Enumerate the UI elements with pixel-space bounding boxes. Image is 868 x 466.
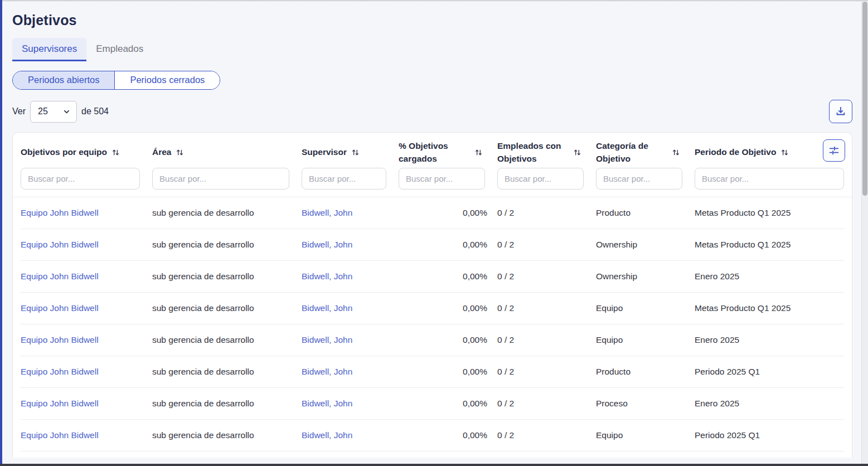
area-cell: sub gerencia de desarrollo bbox=[152, 335, 302, 345]
page-size-select[interactable]: 25 bbox=[30, 101, 77, 123]
search-input-categoria[interactable] bbox=[596, 168, 682, 190]
chevron-down-icon bbox=[63, 108, 70, 115]
supervisor-link[interactable]: Bidwell, John bbox=[302, 271, 399, 281]
category-cell: Producto bbox=[596, 208, 695, 218]
pct-cell: 0,00% bbox=[399, 399, 497, 409]
page-size-value: 25 bbox=[38, 106, 48, 116]
period-filter-group: Periodos abiertos Periodos cerrados bbox=[12, 71, 220, 90]
category-cell: Equipo bbox=[596, 430, 695, 440]
team-link[interactable]: Equipo John Bidwell bbox=[21, 367, 152, 377]
pct-cell: 0,00% bbox=[399, 303, 497, 313]
column-header-categoria-de-objetivo: Categoría de Objetivo bbox=[596, 139, 695, 166]
table-row: Equipo John Bidwell sub gerencia de desa… bbox=[21, 229, 844, 261]
pct-cell: 0,00% bbox=[399, 430, 497, 440]
filter-periodos-cerrados[interactable]: Periodos cerrados bbox=[114, 71, 220, 89]
column-header-supervisor: Supervisor bbox=[302, 139, 399, 166]
column-label: Periodo de Objetivo bbox=[695, 146, 776, 158]
period-cell: Periodo 2025 Q1 bbox=[695, 430, 844, 440]
total-count-label: de 504 bbox=[81, 106, 109, 116]
vertical-scrollbar[interactable] bbox=[861, 2, 868, 464]
column-header-periodo-de-objetivo: Periodo de Objetivo bbox=[695, 139, 844, 166]
sort-arrows-icon[interactable] bbox=[780, 148, 789, 157]
sort-arrows-icon[interactable] bbox=[351, 148, 360, 157]
sort-arrows-icon[interactable] bbox=[111, 148, 120, 157]
table-body: Equipo John Bidwell sub gerencia de desa… bbox=[13, 197, 852, 452]
supervisor-link[interactable]: Bidwell, John bbox=[302, 335, 399, 345]
search-input-area[interactable] bbox=[152, 168, 289, 190]
search-input-pct-objetivos[interactable] bbox=[399, 168, 485, 190]
table-row: Equipo John Bidwell sub gerencia de desa… bbox=[21, 324, 844, 356]
area-cell: sub gerencia de desarrollo bbox=[152, 208, 302, 218]
column-header-area: Área bbox=[152, 139, 302, 166]
table-row: Equipo John Bidwell sub gerencia de desa… bbox=[21, 197, 844, 229]
employees-cell: 0 / 2 bbox=[497, 430, 596, 440]
tab-empleados[interactable]: Empleados bbox=[86, 38, 153, 61]
employees-cell: 0 / 2 bbox=[497, 208, 596, 218]
category-cell: Ownership bbox=[596, 271, 695, 281]
team-link[interactable]: Equipo John Bidwell bbox=[21, 430, 152, 440]
column-label: Objetivos por equipo bbox=[21, 146, 107, 158]
window-top-border bbox=[0, 0, 868, 2]
team-link[interactable]: Equipo John Bidwell bbox=[21, 271, 152, 281]
sort-arrows-icon[interactable] bbox=[176, 148, 184, 157]
period-cell: Metas Producto Q1 2025 bbox=[695, 303, 844, 313]
column-label: % Objetivos cargados bbox=[399, 140, 460, 165]
filter-periodos-abiertos[interactable]: Periodos abiertos bbox=[13, 71, 114, 89]
employees-cell: 0 / 2 bbox=[497, 335, 596, 345]
table-header: Objetivos por equipo Área Supervisor % O… bbox=[13, 133, 852, 197]
period-cell: Metas Producto Q1 2025 bbox=[695, 240, 844, 250]
pct-cell: 0,00% bbox=[399, 367, 497, 377]
column-label: Empleados con Objetivos bbox=[497, 140, 564, 165]
pct-cell: 0,00% bbox=[399, 335, 497, 345]
team-link[interactable]: Equipo John Bidwell bbox=[21, 399, 152, 409]
category-cell: Equipo bbox=[596, 335, 695, 345]
window-left-border bbox=[0, 0, 2, 466]
area-cell: sub gerencia de desarrollo bbox=[152, 367, 302, 377]
supervisor-link[interactable]: Bidwell, John bbox=[302, 399, 399, 409]
scrollbar-thumb[interactable] bbox=[862, 2, 867, 196]
period-cell: Enero 2025 bbox=[695, 399, 844, 409]
period-cell: Enero 2025 bbox=[695, 271, 844, 281]
search-row bbox=[21, 168, 844, 190]
category-cell: Equipo bbox=[596, 303, 695, 313]
area-cell: sub gerencia de desarrollo bbox=[152, 399, 302, 409]
supervisor-link[interactable]: Bidwell, John bbox=[302, 303, 399, 313]
search-input-objetivos-por-equipo[interactable] bbox=[21, 168, 140, 190]
area-cell: sub gerencia de desarrollo bbox=[152, 271, 302, 281]
team-link[interactable]: Equipo John Bidwell bbox=[21, 208, 152, 218]
area-cell: sub gerencia de desarrollo bbox=[152, 303, 302, 313]
category-cell: Proceso bbox=[596, 399, 695, 409]
team-link[interactable]: Equipo John Bidwell bbox=[21, 240, 152, 250]
table-row: Equipo John Bidwell sub gerencia de desa… bbox=[21, 293, 844, 324]
objetivos-table: Objetivos por equipo Área Supervisor % O… bbox=[12, 132, 852, 458]
column-settings-icon bbox=[828, 144, 840, 157]
page-size-prefix-label: Ver bbox=[12, 106, 26, 116]
column-label: Categoría de Objetivo bbox=[596, 140, 657, 165]
sort-arrows-icon[interactable] bbox=[573, 148, 581, 157]
download-button[interactable] bbox=[829, 100, 852, 123]
column-settings-button[interactable] bbox=[823, 139, 845, 162]
page-title: Objetivos bbox=[12, 12, 852, 28]
employees-cell: 0 / 2 bbox=[497, 240, 596, 250]
team-link[interactable]: Equipo John Bidwell bbox=[21, 335, 152, 345]
supervisor-link[interactable]: Bidwell, John bbox=[302, 208, 399, 218]
supervisor-link[interactable]: Bidwell, John bbox=[302, 240, 399, 250]
supervisor-link[interactable]: Bidwell, John bbox=[302, 430, 399, 440]
sort-arrows-icon[interactable] bbox=[474, 148, 483, 157]
column-label: Área bbox=[152, 146, 171, 158]
pct-cell: 0,00% bbox=[399, 271, 497, 281]
search-input-supervisor[interactable] bbox=[302, 168, 386, 190]
supervisor-link[interactable]: Bidwell, John bbox=[302, 367, 399, 377]
search-input-periodo[interactable] bbox=[695, 168, 844, 190]
employees-cell: 0 / 2 bbox=[497, 367, 596, 377]
sort-arrows-icon[interactable] bbox=[672, 148, 680, 157]
pct-cell: 0,00% bbox=[399, 208, 497, 218]
tab-bar: Supervisores Empleados bbox=[12, 38, 852, 61]
period-cell: Periodo 2025 Q1 bbox=[695, 367, 844, 377]
area-cell: sub gerencia de desarrollo bbox=[152, 240, 302, 250]
search-input-empleados[interactable] bbox=[497, 168, 584, 190]
column-header-pct-objetivos-cargados: % Objetivos cargados bbox=[399, 139, 497, 166]
employees-cell: 0 / 2 bbox=[497, 271, 596, 281]
tab-supervisores[interactable]: Supervisores bbox=[12, 38, 86, 61]
team-link[interactable]: Equipo John Bidwell bbox=[21, 303, 152, 313]
